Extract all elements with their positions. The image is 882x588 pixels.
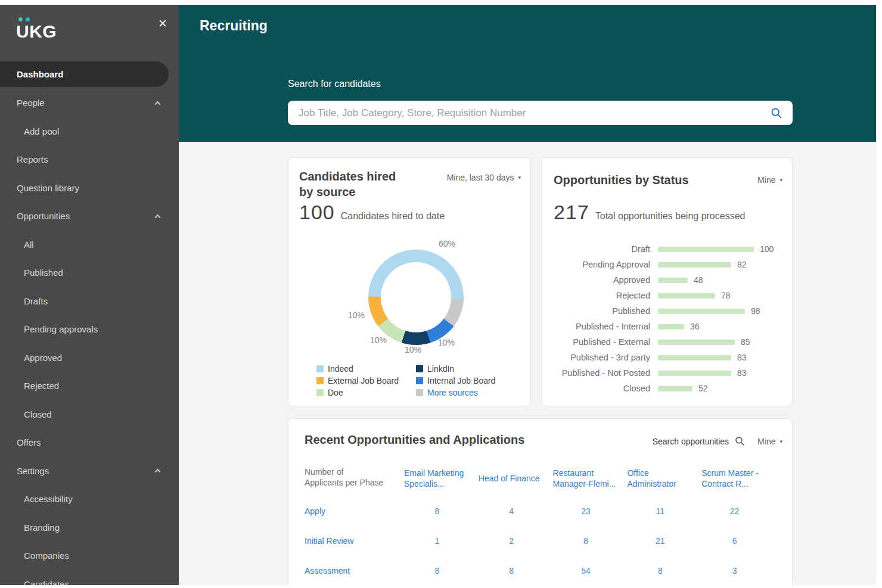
sidebar-item-label: Rejected xyxy=(24,381,59,391)
candidate-search-input[interactable] xyxy=(288,107,770,119)
applicant-count[interactable]: 23 xyxy=(553,496,628,526)
sidebar-item-label: Dashboard xyxy=(17,69,63,79)
sidebar-item-label: Settings xyxy=(17,466,49,476)
phase-link-initial-review[interactable]: Initial Review xyxy=(305,526,404,556)
legend-item-doe: Doe xyxy=(316,387,416,399)
status-total-caption: Total opportunities being processed xyxy=(595,211,746,222)
column-header-scrum-master-contract-r[interactable]: Scrum Master - Contract R... xyxy=(701,461,776,496)
external-job-board-swatch xyxy=(316,377,324,384)
status-bar xyxy=(658,324,684,329)
status-filter-dropdown[interactable]: Mine ▾ xyxy=(757,175,782,185)
sidebar-item-label: Offers xyxy=(17,437,41,447)
legend-label: Indeed xyxy=(328,364,353,374)
card-title-line2: by source xyxy=(299,185,355,198)
status-bar-value: 82 xyxy=(737,260,747,269)
sidebar-item-candidates[interactable]: Candidates xyxy=(0,570,179,586)
sidebar-item-label: Companies xyxy=(24,550,69,561)
column-header-restaurant-manager-flemi[interactable]: Restaurant Manager-Flemi... xyxy=(553,461,628,496)
sidebar-item-branding[interactable]: Branding xyxy=(0,514,179,542)
sidebar-item-companies[interactable]: Companies xyxy=(0,542,179,570)
status-bar-value: 36 xyxy=(690,322,700,331)
sidebar-item-rejected[interactable]: Rejected xyxy=(0,372,179,400)
sidebar-item-published[interactable]: Published xyxy=(0,259,179,287)
applicant-count[interactable]: 8 xyxy=(479,556,553,585)
legend-item-internal-job-board: Internal Job Board xyxy=(416,375,495,387)
status-bar-value: 85 xyxy=(741,337,750,347)
column-header-email-marketing-specialis[interactable]: Email Marketing Specialis... xyxy=(404,461,479,496)
legend-label: External Job Board xyxy=(328,376,399,385)
status-bar-label: Published - Internal xyxy=(554,322,650,331)
chevron-up-icon[interactable] xyxy=(155,469,161,475)
status-bar-row-draft: Draft100 xyxy=(554,241,786,257)
chevron-up-icon[interactable] xyxy=(155,101,161,107)
legend-item-indeed: Indeed xyxy=(316,363,416,375)
column-header-head-of-finance[interactable]: Head of Finance xyxy=(479,461,553,496)
legend-item-external-job-board: External Job Board xyxy=(316,375,416,387)
applicant-count[interactable]: 11 xyxy=(627,496,701,526)
applicant-count[interactable]: 3 xyxy=(701,556,776,585)
sidebar-item-question-library[interactable]: Question library xyxy=(0,174,179,203)
chevron-up-icon[interactable] xyxy=(155,214,161,220)
search-button[interactable] xyxy=(770,107,793,120)
applicant-count[interactable]: 1 xyxy=(404,526,479,556)
sidebar-item-opportunities[interactable]: Opportunities xyxy=(0,202,179,231)
applicant-count[interactable]: 8 xyxy=(404,556,479,585)
applicant-count[interactable]: 8 xyxy=(627,556,701,585)
phase-link-apply[interactable]: Apply xyxy=(305,496,404,526)
status-bar-chart: Draft100Pending Approval82Approved48Reje… xyxy=(554,241,786,396)
donut-legend: IndeedExternal Job BoardDoeLinkdInIntern… xyxy=(316,363,495,399)
sidebar-item-approved[interactable]: Approved xyxy=(0,344,179,372)
status-bar-value: 83 xyxy=(737,353,747,362)
status-bar-row-published-3rd-party: Published - 3rd party83 xyxy=(554,350,786,365)
status-bar-label: Draft xyxy=(554,244,650,254)
applicant-count[interactable]: 8 xyxy=(404,496,479,526)
filter-label: Mine xyxy=(757,175,775,185)
search-icon xyxy=(734,435,746,447)
filter-label: Mine, last 30 days xyxy=(447,173,514,182)
applicant-count[interactable]: 2 xyxy=(479,526,553,556)
status-bar-value: 48 xyxy=(694,275,703,285)
hired-total: 100 Candidates hired to date xyxy=(299,201,445,224)
app-window: UKG ✕ DashboardPeopleAdd poolReportsQues… xyxy=(0,5,876,585)
applicant-count[interactable]: 54 xyxy=(553,556,628,585)
hired-filter-dropdown[interactable]: Mine, last 30 days ▾ xyxy=(447,173,521,182)
logo-dot-right xyxy=(26,17,30,21)
donut-percent-label: 10% xyxy=(370,335,387,345)
legend-label: Doe xyxy=(328,388,343,397)
sidebar-item-add-pool[interactable]: Add pool xyxy=(0,117,179,146)
sidebar-item-dashboard[interactable]: Dashboard xyxy=(0,61,169,87)
status-bar-row-closed: Closed52 xyxy=(554,381,786,396)
applicant-count[interactable]: 8 xyxy=(553,526,628,556)
sidebar-item-closed[interactable]: Closed xyxy=(0,400,179,429)
applicant-count[interactable]: 21 xyxy=(627,526,701,556)
sidebar-nav: DashboardPeopleAdd poolReportsQuestion l… xyxy=(0,61,179,585)
sidebar-item-pending-approvals[interactable]: Pending approvals xyxy=(0,315,179,344)
close-icon[interactable]: ✕ xyxy=(158,18,167,29)
search-opportunities-button[interactable]: Search opportunities xyxy=(653,435,746,447)
sidebar-item-reports[interactable]: Reports xyxy=(0,145,179,174)
hired-total-caption: Candidates hired to date xyxy=(341,211,445,222)
sidebar-item-all[interactable]: All xyxy=(0,231,179,259)
applicant-count[interactable]: 4 xyxy=(479,496,553,526)
status-bar xyxy=(658,340,735,345)
sidebar-item-accessibility[interactable]: Accessibility xyxy=(0,485,179,514)
donut-percent-label: 60% xyxy=(439,239,455,248)
dashboard-content: Candidates hired by source Mine, last 30… xyxy=(179,142,876,585)
sidebar-item-people[interactable]: People xyxy=(0,89,179,117)
recent-filter-dropdown[interactable]: Mine ▾ xyxy=(757,437,782,446)
sidebar-item-label: Branding xyxy=(24,522,60,533)
donut-percent-label: 10% xyxy=(438,338,455,347)
sidebar-item-offers[interactable]: Offers xyxy=(0,428,179,457)
doe-swatch xyxy=(316,389,324,396)
applicant-count[interactable]: 22 xyxy=(701,496,776,526)
sidebar-item-drafts[interactable]: Drafts xyxy=(0,287,179,316)
applicant-count[interactable]: 6 xyxy=(701,526,776,556)
status-bar-label: Published - Not Posted xyxy=(554,368,650,378)
column-header-office-administrator[interactable]: Office Administrator xyxy=(627,461,701,496)
legend-item-more-sources[interactable]: More sources xyxy=(416,387,495,399)
phase-link-assessment[interactable]: Assessment xyxy=(305,556,404,585)
sidebar-item-label: Published xyxy=(24,267,63,278)
status-bar-value: 98 xyxy=(751,306,760,316)
sidebar-item-settings[interactable]: Settings xyxy=(0,457,179,486)
legend-label[interactable]: More sources xyxy=(427,388,478,397)
